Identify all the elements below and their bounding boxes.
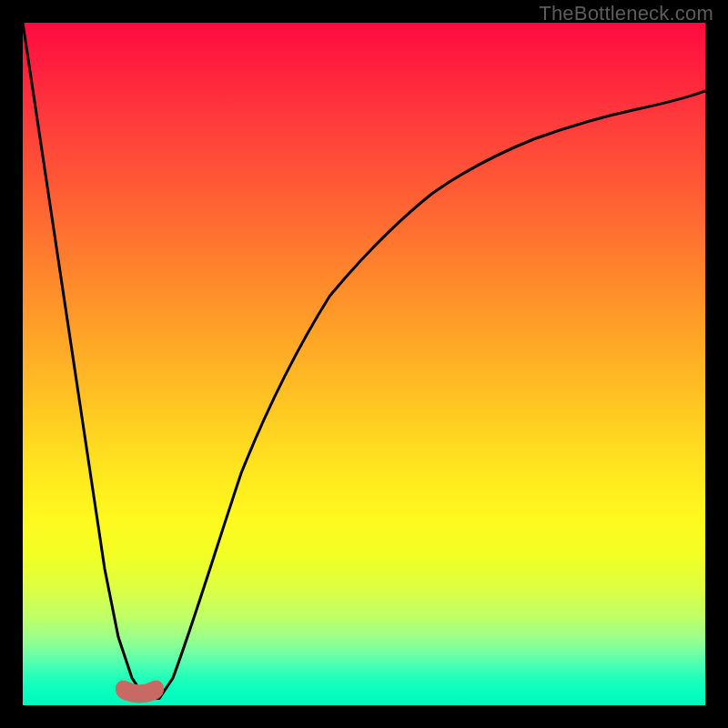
plot-area xyxy=(23,23,705,705)
chart-frame: TheBottleneck.com xyxy=(0,0,728,728)
bottleneck-curve xyxy=(23,23,705,699)
curve-layer xyxy=(23,23,705,705)
watermark-text: TheBottleneck.com xyxy=(539,2,713,25)
sweet-spot-marker xyxy=(116,681,163,703)
